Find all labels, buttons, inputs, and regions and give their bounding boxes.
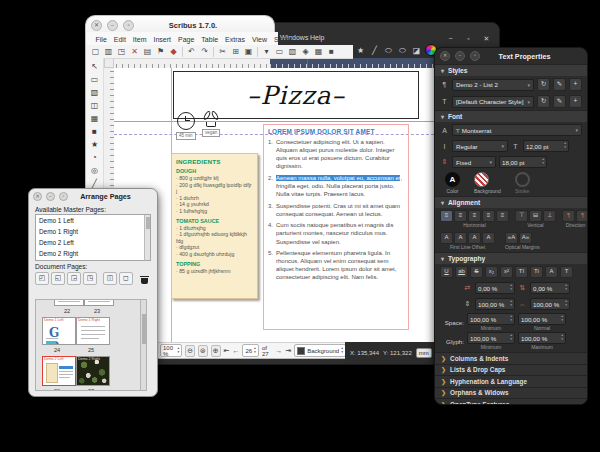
font-style-select[interactable]: Regular ▾ (452, 140, 508, 152)
polygon-tool-icon[interactable]: ★ (89, 139, 101, 150)
cut-icon[interactable]: ✂ (217, 46, 228, 57)
spiral-tool-icon[interactable]: ◎ (89, 165, 101, 176)
section-alignment[interactable]: ▾ Alignment (435, 196, 587, 208)
tracking-spinbox[interactable]: 0,00 % ▴▾ (475, 282, 515, 294)
list-item[interactable]: Demo 1 Right (36, 226, 150, 237)
background-color-control[interactable]: Background (474, 172, 501, 194)
list-item[interactable]: Demo 2 Right (36, 248, 150, 259)
render-frame-tool-icon[interactable]: ◫ (89, 100, 101, 111)
menu-help[interactable]: Help (310, 34, 324, 41)
page-thumbnail-24[interactable]: Demo 1 Left G O (42, 317, 76, 345)
insert-polygon-icon[interactable]: ★ (355, 45, 366, 56)
zoom-spinbox[interactable]: 100 % ▴▾ (160, 344, 182, 357)
scale-width-spinbox[interactable]: 100,00 % ▴▾ (530, 298, 570, 310)
arrange-pages-titlebar[interactable]: ✕ − ▫ Arrange Pages (29, 189, 157, 204)
insert-line-icon[interactable]: ╱ (369, 45, 380, 56)
underline-words-icon[interactable]: ab (455, 266, 468, 278)
paste-icon[interactable]: ▣ (243, 46, 254, 57)
close-document-icon[interactable]: ✕ (129, 46, 140, 57)
superscript-icon[interactable]: x² (500, 266, 513, 278)
zoom-reset-icon[interactable]: ⊜ (198, 345, 208, 357)
page-thumbnail-23[interactable] (84, 299, 114, 306)
menu-page[interactable]: Page (174, 36, 197, 43)
page-move-icon[interactable]: ◳ (83, 272, 97, 285)
rtl-direction-icon[interactable]: ¶ (576, 210, 588, 222)
section-hyphenation[interactable]: ❯ Hyphenation & Language (435, 375, 587, 387)
section-opentype-features[interactable]: ❯ OpenType Features (435, 398, 587, 405)
insert-text-frame-icon[interactable]: ▭ (274, 46, 285, 57)
ingredients-frame[interactable]: INGREDIENTS DOUGH 800 g uzdfgjhr kfj 200… (171, 153, 258, 299)
menu-file[interactable]: File (92, 36, 110, 43)
minimize-icon[interactable]: − (446, 35, 455, 43)
menu-edit[interactable]: Edit (110, 36, 129, 43)
layer-select[interactable]: Background ▴▾ (294, 344, 346, 357)
minimize-icon[interactable]: − (107, 20, 118, 31)
underline-icon[interactable]: U (440, 266, 453, 278)
edit-style-icon[interactable]: ✎ (553, 95, 566, 108)
line-spacing-mode-select[interactable]: Fixed ▾ (452, 156, 496, 168)
page-tools-icon[interactable]: ◪ (411, 45, 422, 56)
list-item[interactable]: Demo 2 Left (36, 237, 150, 248)
new-style-icon[interactable]: + (569, 78, 582, 91)
redo-icon[interactable]: ↷ (199, 46, 210, 57)
shape-tool-icon[interactable]: ■ (89, 126, 101, 137)
stroke-color-control[interactable]: Stroke (515, 172, 530, 194)
font-family-select[interactable]: T Montserrat ▾ (452, 124, 582, 136)
first-page-icon[interactable]: ⇤ (224, 347, 230, 355)
body-text-frame[interactable]: LOREM IPSUM DOLOR SIT AMET 1. Consectetu… (263, 124, 409, 330)
glyph-min-spinbox[interactable]: 100,00 % ▴▾ (467, 332, 515, 344)
align-justify-icon[interactable]: ≡ (482, 210, 495, 222)
section-font[interactable]: ▾ Font (435, 110, 587, 122)
align-force-justify-icon[interactable]: ≡ (496, 210, 509, 222)
text-frame-tool-icon[interactable]: ▭ (89, 74, 101, 85)
line-spacing-spinbox[interactable]: 18,00 pt ▴▾ (499, 156, 547, 168)
ruler-origin-box[interactable] (104, 58, 114, 68)
insert-table-icon[interactable]: ▦ (313, 46, 324, 57)
optical-margins-left-icon[interactable]: «A (505, 232, 518, 244)
menu-insert[interactable]: Insert (150, 36, 175, 43)
first-line-offset-icon[interactable]: A (468, 232, 481, 244)
menu-extras[interactable]: Extras (222, 36, 249, 43)
menu-item[interactable]: Item (129, 36, 150, 43)
maximize-icon[interactable]: ▫ (123, 20, 134, 31)
arc-tool-icon[interactable]: ◔ (89, 152, 101, 163)
image-frame-tool-icon[interactable]: ▧ (89, 87, 101, 98)
float-icon[interactable]: ▫ (59, 192, 68, 201)
new-style-icon[interactable]: + (569, 95, 582, 108)
section-styles[interactable]: ▾ Styles (435, 64, 587, 76)
align-right-icon[interactable]: ≡ (468, 210, 481, 222)
close-icon[interactable]: ✕ (91, 20, 102, 31)
font-size-spinbox[interactable]: 12,00 pt ▴▾ (523, 140, 569, 152)
print-icon[interactable]: ▤ (142, 46, 153, 57)
list-item[interactable]: Demo 1 Left (36, 215, 150, 226)
section-columns-indents[interactable]: ❯ Columns & Indents (435, 352, 587, 364)
glyph-max-spinbox[interactable]: 100,00 % ▴▾ (518, 332, 566, 344)
first-line-offset-icon[interactable]: A (440, 232, 453, 244)
insert-image-frame-icon[interactable]: ▧ (287, 46, 298, 57)
open-document-icon[interactable]: ▥ (103, 46, 114, 57)
align-center-icon[interactable]: ≡ (454, 210, 467, 222)
close-icon[interactable]: ✕ (482, 35, 491, 43)
shadow-icon[interactable]: A (545, 266, 558, 278)
unit-button[interactable]: mm (416, 348, 432, 358)
maximize-icon[interactable]: ▫ (464, 35, 473, 43)
horizontal-ruler-dark[interactable] (270, 58, 434, 68)
optical-margins-right-icon[interactable]: A» (519, 232, 532, 244)
page-thumbnail-22[interactable] (54, 299, 84, 306)
baseline-offset-spinbox[interactable]: 0,00 % ▴▾ (530, 282, 570, 294)
valign-top-icon[interactable]: ⊤ (515, 210, 528, 222)
zoom-in-icon[interactable]: ⊕ (211, 345, 221, 357)
preflight-verifier-icon[interactable]: ⚑ (155, 46, 166, 57)
reset-style-icon[interactable]: ↻ (537, 95, 550, 108)
export-pdf-icon[interactable]: ◆ (168, 46, 179, 57)
page-insert-icon[interactable]: ◰ (35, 272, 49, 285)
menu-view[interactable]: View (248, 36, 270, 43)
section-typography[interactable]: ▾ Typography (435, 252, 587, 264)
scale-height-spinbox[interactable]: 100,00 % ▴▾ (475, 298, 515, 310)
annotation-icon[interactable]: ⬭ (383, 45, 394, 56)
text-properties-titlebar[interactable]: ✕ − ▫ Text Properties (435, 48, 587, 64)
new-document-icon[interactable]: ▢ (90, 46, 101, 57)
insert-shape-icon[interactable]: ■ (326, 46, 337, 57)
align-left-icon[interactable]: ≡ (440, 210, 453, 222)
section-lists-drop-caps[interactable]: ❯ Lists & Drop Caps (435, 364, 587, 376)
